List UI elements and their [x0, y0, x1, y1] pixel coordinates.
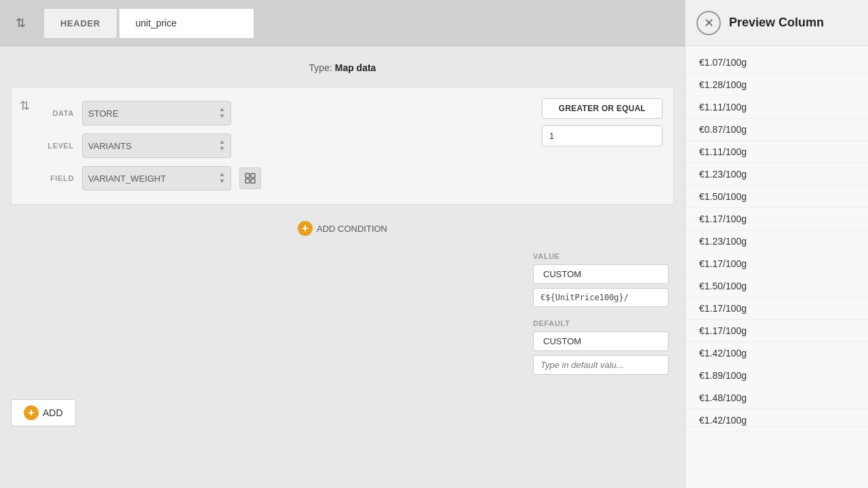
add-button-area: + ADD	[11, 394, 674, 426]
card-sort-handle[interactable]: ⇅	[20, 98, 30, 113]
header-row: ⇅ HEADER unit_price	[0, 0, 685, 46]
field-label: FIELD	[36, 174, 74, 182]
data-label: DATA	[36, 109, 74, 117]
header-label-tab[interactable]: HEADER	[43, 8, 117, 38]
value-formula: €${UnitPrice100g}/	[533, 288, 669, 307]
level-select-value: VARIANTS	[88, 141, 219, 151]
preview-list-item: €1.89/100g	[686, 365, 868, 387]
data-select-arrows: ▲▼	[219, 106, 225, 120]
default-block: DEFAULT CUSTOM	[533, 319, 669, 375]
add-condition-label: ADD CONDITION	[317, 224, 387, 234]
add-condition-row: + ADD CONDITION	[11, 213, 674, 244]
preview-list-item: €1.17/100g	[686, 320, 868, 342]
content-area: Type: Map data ⇅ DATA STORE ▲▼ LEVEL	[0, 46, 685, 488]
type-prefix: Type:	[309, 62, 332, 73]
preview-list-item: €1.17/100g	[686, 253, 868, 275]
data-select-value: STORE	[88, 108, 219, 119]
calc-icon-button[interactable]	[239, 167, 261, 189]
add-condition-plus-icon: +	[298, 221, 313, 236]
greater-equal-button[interactable]: GREATER OR EQUAL	[542, 98, 663, 119]
condition-number-input[interactable]	[542, 125, 663, 146]
preview-list-item: €1.07/100g	[686, 52, 868, 74]
preview-list-item: €1.17/100g	[686, 208, 868, 230]
preview-list-item: €1.42/100g	[686, 342, 868, 365]
field-select[interactable]: VARIANT_WEIGHT ▲▼	[82, 166, 231, 190]
preview-list-item: €1.11/100g	[686, 141, 868, 163]
preview-list-item: €0.87/100g	[686, 119, 868, 141]
value-block: VALUE CUSTOM €${UnitPrice100g}/	[533, 252, 669, 307]
preview-list-item: €1.17/100g	[686, 298, 868, 320]
preview-panel-title: Preview Column	[729, 16, 824, 30]
preview-list-item: €1.28/100g	[686, 74, 868, 96]
sort-icon[interactable]: ⇅	[0, 16, 41, 30]
condition-overlay: GREATER OR EQUAL	[531, 87, 673, 157]
preview-list-item: €1.23/100g	[686, 230, 868, 253]
preview-panel: ✕ Preview Column €1.07/100g€1.28/100g€1.…	[685, 0, 868, 488]
add-condition-button[interactable]: + ADD CONDITION	[298, 218, 387, 239]
preview-list-item: €1.50/100g	[686, 275, 868, 298]
default-input[interactable]	[533, 355, 669, 375]
field-select-arrows: ▲▼	[219, 171, 225, 185]
add-button-label: ADD	[43, 407, 63, 418]
add-button[interactable]: + ADD	[11, 399, 76, 426]
type-value: Map data	[335, 62, 376, 73]
close-icon: ✕	[704, 16, 714, 30]
svg-rect-2	[245, 179, 250, 183]
config-card: ⇅ DATA STORE ▲▼ LEVEL VARIANTS ▲▼	[11, 87, 674, 205]
preview-list[interactable]: €1.07/100g€1.28/100g€1.11/100g€0.87/100g…	[686, 46, 868, 488]
type-label: Type: Map data	[11, 57, 674, 79]
svg-rect-1	[251, 174, 255, 178]
svg-rect-3	[251, 179, 255, 183]
preview-list-item: €1.11/100g	[686, 96, 868, 119]
level-select-arrows: ▲▼	[219, 139, 225, 152]
field-select-value: VARIANT_WEIGHT	[88, 174, 219, 184]
close-preview-button[interactable]: ✕	[696, 11, 721, 35]
default-custom-badge[interactable]: CUSTOM	[533, 331, 669, 351]
preview-list-item: €1.23/100g	[686, 163, 868, 186]
header-value-tab[interactable]: unit_price	[119, 8, 254, 38]
value-custom-badge[interactable]: CUSTOM	[533, 264, 669, 284]
preview-list-item: €1.42/100g	[686, 409, 868, 432]
level-label: LEVEL	[36, 142, 74, 150]
preview-header: ✕ Preview Column	[686, 0, 868, 46]
value-default-area: VALUE CUSTOM €${UnitPrice100g}/ DEFAULT …	[11, 247, 674, 375]
field-row: FIELD VARIANT_WEIGHT ▲▼	[36, 166, 660, 190]
preview-list-item: €1.48/100g	[686, 387, 868, 409]
preview-list-item: €1.50/100g	[686, 186, 868, 208]
default-label: DEFAULT	[533, 319, 669, 327]
level-select[interactable]: VARIANTS ▲▼	[82, 134, 231, 158]
add-button-plus-icon: +	[24, 405, 39, 420]
value-label: VALUE	[533, 252, 669, 260]
data-select[interactable]: STORE ▲▼	[82, 101, 231, 125]
svg-rect-0	[245, 174, 250, 178]
